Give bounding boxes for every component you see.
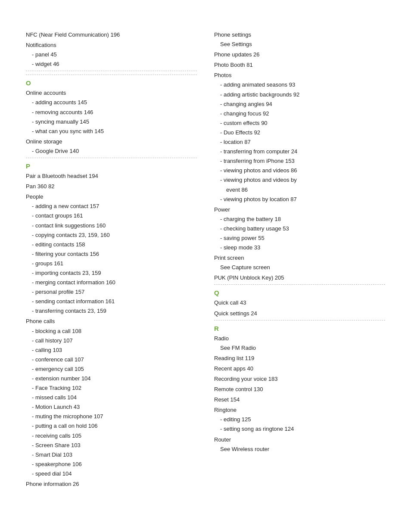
section-letter-q: Q [214, 289, 385, 296]
index-entry: - editing contacts 158 [26, 240, 197, 249]
index-entry: - contact groups 161 [26, 211, 197, 221]
index-entry: - Google Drive 140 [26, 146, 197, 156]
index-entry: Online storage [26, 137, 197, 146]
index-entry: - removing accounts 146 [26, 108, 197, 117]
index-entry: - filtering your contacts 156 [26, 249, 197, 259]
index-entry: Quick settings 24 [214, 309, 385, 318]
index-entry: - adding animated seasons 93 [214, 80, 385, 90]
index-entry: Phone calls [26, 317, 197, 326]
index-entry: Router [214, 435, 385, 445]
index-entry: - copying contacts 23, 159, 160 [26, 230, 197, 240]
index-entry: See Wireless router [214, 445, 385, 454]
index-entry: - saving power 55 [214, 233, 385, 243]
index-entry: - checking battery usage 53 [214, 224, 385, 233]
index-entry: Pair a Bluetooth headset 194 [26, 171, 197, 181]
index-entry: - sending contact information 161 [26, 297, 197, 306]
index-entry: - muting the microphone 107 [26, 412, 197, 421]
index-entry: Reset 154 [214, 395, 385, 404]
index-entry: See Settings [214, 40, 385, 49]
index-entry: Reading list 119 [214, 354, 385, 363]
index-entry: Online accounts [26, 88, 197, 98]
index-entry: - viewing photos and videos 86 [214, 166, 385, 175]
index-entry: - Motion Launch 43 [26, 402, 197, 412]
index-entry: - transferring from computer 24 [214, 147, 385, 156]
index-entry: - adding accounts 145 [26, 98, 197, 107]
index-entry: Ringtone [214, 405, 385, 415]
index-entry: - Smart Dial 103 [26, 450, 197, 460]
section-divider [26, 71, 197, 71]
index-entry: People [26, 192, 197, 202]
index-entry: Remote control 130 [214, 385, 385, 394]
index-entry: Recording your voice 183 [214, 374, 385, 384]
index-entry: - what can you sync with 145 [26, 127, 197, 136]
index-entry: Recent apps 40 [214, 364, 385, 373]
index-entry: - receiving calls 105 [26, 431, 197, 441]
index-entry: - syncing manually 145 [26, 117, 197, 127]
section-letter-r: R [214, 325, 385, 332]
index-entry: - calling 103 [26, 345, 197, 355]
section-letter-p: P [26, 162, 197, 170]
index-entry: - changing angles 94 [214, 100, 385, 109]
index-entry: - emergency call 105 [26, 364, 197, 374]
index-entry: Photo Booth 81 [214, 60, 385, 70]
two-column-layout: NFC (Near Field Communication) 196Notifi… [26, 29, 385, 489]
top-divider [26, 75, 197, 75]
index-entry: NFC (Near Field Communication) 196 [26, 30, 197, 40]
index-entry: - transferring contacts 23, 159 [26, 306, 197, 316]
index-entry: - call history 107 [26, 336, 197, 345]
index-entry: - speakerphone 106 [26, 460, 197, 469]
index-entry: - contact link suggestions 160 [26, 221, 197, 230]
index-entry: - speed dial 104 [26, 469, 197, 479]
page: NFC (Near Field Communication) 196Notifi… [0, 0, 411, 506]
index-entry: - groups 161 [26, 259, 197, 268]
index-entry: - viewing photos by location 87 [214, 195, 385, 204]
index-entry: - merging contact information 160 [26, 278, 197, 287]
index-entry: Photos [214, 71, 385, 80]
index-entry: - custom effects 90 [214, 118, 385, 128]
section-divider [214, 320, 385, 320]
index-entry: - personal profile 157 [26, 287, 197, 297]
index-entry: Notifications [26, 40, 197, 50]
index-entry: - charging the battery 18 [214, 215, 385, 224]
index-entry: - adding artistic backgrounds 92 [214, 90, 385, 100]
index-entry: - putting a call on hold 106 [26, 421, 197, 431]
index-entry: - setting song as ringtone 124 [214, 424, 385, 434]
index-entry: - location 87 [214, 137, 385, 147]
left-column: NFC (Near Field Communication) 196Notifi… [26, 29, 197, 489]
index-entry: - changing focus 92 [214, 109, 385, 118]
index-entry: - Screen Share 103 [26, 441, 197, 450]
index-entry: - Duo Effects 92 [214, 128, 385, 137]
index-entry: - viewing photos and videos by [214, 175, 385, 185]
index-entry: Pan 360 82 [26, 182, 197, 191]
index-entry: Phone updates 26 [214, 50, 385, 59]
right-column: Phone settingsSee SettingsPhone updates … [214, 29, 385, 489]
index-entry: - adding a new contact 157 [26, 202, 197, 211]
index-entry: event 86 [214, 185, 385, 195]
index-entry: Quick call 43 [214, 298, 385, 308]
index-entry: PUK (PIN Unblock Key) 205 [214, 273, 385, 283]
index-entry: - Face Tracking 102 [26, 383, 197, 393]
section-letter-o: O [26, 79, 197, 87]
index-entry: - widget 46 [26, 59, 197, 69]
index-entry: - editing 125 [214, 415, 385, 424]
index-entry: Phone information 26 [26, 479, 197, 489]
section-divider [214, 284, 385, 285]
index-entry: - transferring from iPhone 153 [214, 156, 385, 166]
index-entry: - panel 45 [26, 50, 197, 59]
index-entry: See FM Radio [214, 343, 385, 353]
index-entry: Print screen [214, 253, 385, 263]
index-entry: - importing contacts 23, 159 [26, 268, 197, 278]
index-entry: Phone settings [214, 30, 385, 40]
index-entry: - extension number 104 [26, 374, 197, 383]
index-entry: - sleep mode 33 [214, 243, 385, 252]
index-entry: Power [214, 205, 385, 215]
index-entry: - missed calls 104 [26, 393, 197, 402]
index-entry: - blocking a call 108 [26, 327, 197, 336]
index-entry: See Capture screen [214, 263, 385, 272]
index-entry: Radio [214, 334, 385, 343]
index-entry: - conference call 107 [26, 355, 197, 364]
section-divider [26, 158, 197, 158]
